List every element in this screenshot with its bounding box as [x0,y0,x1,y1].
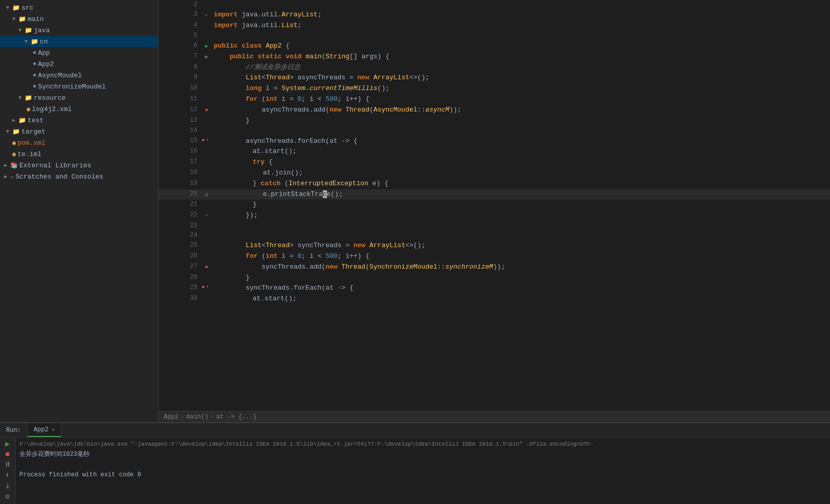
breadcrumb-part-2[interactable]: main() [186,413,208,421]
line-code-20[interactable]: e.printStackTrace(); [212,189,830,200]
line-code-17[interactable]: try { [212,157,830,168]
sidebar-item-app[interactable]: ● App [0,47,158,58]
line-num-18: 18 [159,168,202,179]
code-scroll-area[interactable]: 2 3 ▸ import java.util.ArrayList; 4 [159,0,830,411]
xml-icon-pom: ◉ [12,139,16,147]
line-code-14[interactable] [212,126,830,136]
table-row: 27 ● syncThreads.add(new Thread(Synchron… [159,262,830,273]
scroll-end-button[interactable]: ⤓ [2,481,13,490]
line-code-23[interactable] [212,221,830,231]
breadcrumb-part-3[interactable]: at -> {...} [216,413,256,421]
line-gutter-17 [202,157,212,168]
line-num-29: 29 [159,283,202,294]
line-num-2: 2 [159,0,202,10]
sidebar-item-app2[interactable]: ● App2 [0,58,158,70]
line-code-19[interactable]: } catch (InterruptedException e) { [212,179,830,189]
run-panel: Run: App2 ✕ ▶ ■ ⏸ ⬇ ⤓ ⚙ ✕ F:\develop\jav… [0,422,830,504]
line-code-28[interactable]: } [212,273,830,283]
folder-icon-resource: 📁 [25,94,32,102]
line-code-30[interactable]: at.start(); [212,294,830,304]
sidebar-item-te[interactable]: ◉ te.iml [0,148,158,160]
table-row: 17 try { [159,157,830,168]
line-code-16[interactable]: at.start(); [212,146,830,157]
line-code-2[interactable] [212,0,830,10]
sidebar-item-test[interactable]: ▶ 📁 test [0,115,158,126]
run-toolbar: ▶ ■ ⏸ ⬇ ⤓ ⚙ ✕ [0,437,15,504]
line-code-29[interactable]: syncThreads.forEach(at -> { [212,283,830,294]
sidebar-item-log4j2[interactable]: ◉ log4j2.xml [0,103,158,115]
line-code-5[interactable] [212,31,830,41]
line-code-27[interactable]: syncThreads.add(new Thread(SynchronizeMo… [212,262,830,273]
line-gutter-26 [202,251,212,262]
line-gutter-12: ● [202,105,212,116]
rerun-button[interactable]: ▶ [2,440,13,448]
line-code-11[interactable]: for (int i = 0; i < 500; i++) { [212,94,830,105]
run-tab-app2[interactable]: App2 ✕ [28,423,61,437]
sidebar-item-cn[interactable]: ▼ 📁 cn [0,36,158,47]
close-run-tab-icon[interactable]: ✕ [52,427,55,433]
expand-arrow-resource: ▼ [18,95,25,101]
line-code-9[interactable]: List<Thread> asyncThreads = new ArrayLis… [212,73,830,83]
line-code-3[interactable]: import java.util.ArrayList; [212,10,830,20]
line-gutter-15: ●▾ [202,136,212,145]
table-row: 15 ●▾ asyncThreads.forEach(at -> { [159,136,830,147]
line-num-17: 17 [159,157,202,168]
line-num-7: 7 [159,52,202,62]
sidebar-item-main[interactable]: ▼ 📁 main [0,13,158,25]
line-code-21[interactable]: } [212,200,830,210]
breadcrumb-part-1[interactable]: App2 [164,413,179,421]
table-row: 28 } [159,273,830,283]
sidebar-item-target[interactable]: ▼ 📁 target [0,126,158,137]
sidebar-item-pom[interactable]: ◉ pom.xml [0,137,158,148]
table-row: 26 for (int i = 0; i < 500; i++) { [159,251,830,262]
table-row: 22 ▾ }); [159,210,830,221]
sidebar-item-java[interactable]: ▼ 📁 java [0,25,158,36]
line-num-26: 26 [159,251,202,262]
sidebar-item-src[interactable]: ▼ 📁 src [0,2,158,13]
pause-button[interactable]: ⏸ [2,461,13,469]
line-num-6: 6 [159,41,202,52]
line-code-24[interactable] [212,231,830,240]
line-gutter-13 [202,116,212,126]
line-num-4: 4 [159,20,202,31]
line-gutter-8 [202,62,212,73]
table-row: 19 } catch (InterruptedException e) { [159,179,830,189]
line-code-10[interactable]: long l = System.currentTimeMillis(); [212,83,830,94]
table-row: 20 ⚠ e.printStackTrace(); [159,189,830,200]
label-pom: pom.xml [17,139,46,147]
line-code-7[interactable]: public static void main(String[] args) { [212,52,830,62]
sidebar-item-extlibs[interactable]: ▶ 📚 External Libraries [0,160,158,171]
table-row: 23 [159,221,830,231]
line-num-25: 25 [159,240,202,251]
sidebar-item-async[interactable]: ● AsyncMoudel [0,70,158,81]
line-num-10: 10 [159,83,202,94]
iml-icon-te: ◉ [12,150,16,158]
run-exit-line: Process finished with exit code 0 [19,470,826,480]
sidebar-item-scratches[interactable]: ▶ ✏️ Scratches and Consoles [0,171,158,182]
fold-icon-3: ▸ [205,12,208,18]
line-code-26[interactable]: for (int i = 0; i < 500; i++) { [212,251,830,262]
table-row: 7 ▶ public static void main(String[] arg… [159,52,830,62]
table-row: 30 at.start(); [159,294,830,304]
settings-button[interactable]: ⚙ [2,492,13,501]
stop-button[interactable]: ■ [2,450,13,458]
line-code-18[interactable]: at.join(); [212,168,830,179]
line-code-15[interactable]: asyncThreads.forEach(at -> { [212,136,830,147]
folder-icon-src: 📁 [12,4,20,12]
line-code-12[interactable]: asyncThreads.add(new Thread(AsyncMoudel:… [212,105,830,116]
line-gutter-25 [202,240,212,251]
line-code-25[interactable]: List<Thread> syncThreads = new ArrayList… [212,240,830,251]
line-num-21: 21 [159,200,202,210]
line-code-6[interactable]: public class App2 { [212,41,830,52]
sidebar-item-resource[interactable]: ▼ 📁 resource [0,92,158,103]
sidebar-item-sync[interactable]: ● SynchronizeMoudel [0,81,158,92]
line-num-30: 30 [159,294,202,304]
line-code-13[interactable]: } [212,116,830,126]
java-icon-async: ● [33,72,36,79]
step-button[interactable]: ⬇ [2,471,13,479]
run-tabs: Run: App2 ✕ [0,423,830,437]
code-table: 2 3 ▸ import java.util.ArrayList; 4 [159,0,830,304]
line-code-8[interactable]: //测试全异步日志 [212,62,830,73]
line-code-22[interactable]: }); [212,210,830,221]
line-code-4[interactable]: import java.util.List; [212,20,830,31]
